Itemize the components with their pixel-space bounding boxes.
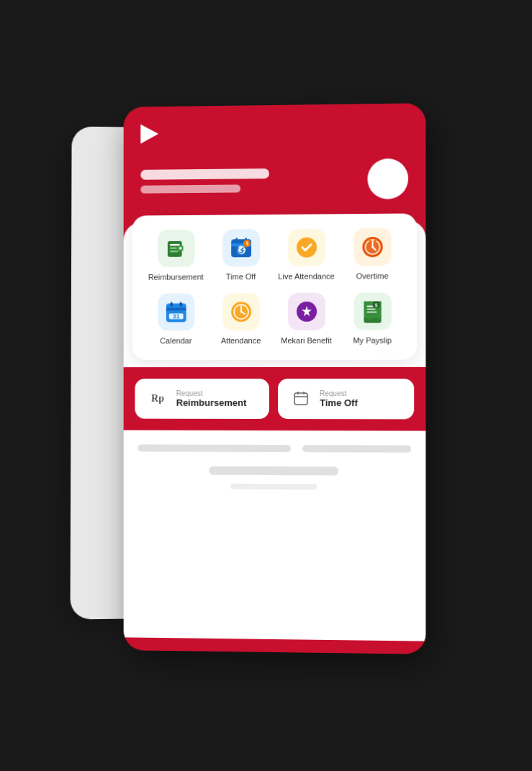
skeleton-center — [137, 466, 411, 476]
overtime-label: Overtime — [356, 271, 388, 281]
request-timeoff-label-text: Request — [320, 389, 358, 397]
request-timeoff-button[interactable]: Request Time Off — [277, 379, 413, 419]
app-item-reimbursement[interactable]: Reimbursement — [147, 229, 204, 281]
skeleton-mini — [230, 484, 317, 490]
request-reimbursement-label-text: Request — [176, 389, 246, 397]
request-reimbursement-title: Reimbursement — [176, 397, 246, 408]
svg-point-14 — [296, 237, 316, 257]
svg-rect-24 — [166, 307, 186, 310]
header-name-line — [140, 168, 269, 179]
request-area: Rp Request Reimbursement — [123, 367, 425, 431]
skeleton-line-2 — [302, 445, 411, 453]
header-subtitle-line — [140, 184, 240, 192]
skeleton-row-1 — [137, 444, 411, 452]
calendar-icon: 31 — [157, 293, 194, 330]
request-reimbursement-button[interactable]: Rp Request Reimbursement — [135, 379, 269, 419]
phone-card: Reimbursement — [123, 103, 425, 654]
reimbursement-icon — [157, 229, 194, 266]
app-item-timeoff[interactable]: Time Off — [212, 229, 269, 282]
header-content — [140, 158, 408, 202]
header-text-lines — [140, 168, 269, 193]
skeleton-bar — [209, 466, 338, 475]
bottom-section — [123, 430, 425, 505]
app-item-calendar[interactable]: 31 Calendar — [147, 293, 204, 346]
app-item-overtime[interactable]: Overtime — [343, 227, 401, 281]
phone-content: Reimbursement — [123, 220, 425, 641]
svg-text:$: $ — [374, 302, 377, 308]
app-item-attendance[interactable]: Attendance — [212, 293, 269, 346]
my-payslip-icon: $ — [353, 292, 390, 330]
mekari-benefit-label: Mekari Benefit — [281, 336, 331, 346]
skeleton-small — [137, 483, 411, 490]
live-attendance-icon — [287, 228, 325, 266]
calendar-label: Calendar — [160, 336, 191, 346]
avatar — [367, 158, 408, 199]
logo-icon — [140, 123, 166, 143]
request-reimbursement-text: Request Reimbursement — [176, 389, 246, 408]
apps-row-1: Reimbursement — [143, 227, 405, 281]
attendance-icon — [222, 293, 259, 330]
mekari-benefit-icon — [287, 292, 325, 330]
phone-header — [123, 103, 425, 222]
apps-grid-card: Reimbursement — [132, 213, 417, 360]
live-attendance-label: Live Attendance — [278, 271, 334, 281]
attendance-label: Attendance — [220, 336, 260, 346]
reimbursement-label: Reimbursement — [148, 272, 203, 282]
svg-text:31: 31 — [172, 312, 179, 320]
app-item-my-payslip[interactable]: $ My Payslip — [343, 292, 401, 346]
rp-icon: Rp — [146, 387, 169, 410]
apps-row-2: 31 Calendar — [143, 292, 405, 346]
skeleton-line-1 — [137, 444, 291, 452]
app-item-mekari-benefit[interactable]: Mekari Benefit — [277, 292, 335, 346]
svg-rect-41 — [294, 393, 307, 405]
scene: Reimbursement — [94, 105, 439, 667]
timeoff-label: Time Off — [225, 272, 255, 281]
my-payslip-label: My Payslip — [353, 335, 392, 345]
overtime-icon — [353, 227, 390, 266]
request-timeoff-title: Time Off — [320, 397, 358, 408]
request-timeoff-text: Request Time Off — [320, 389, 358, 408]
timeoff-icon — [222, 229, 259, 266]
app-item-live-attendance[interactable]: Live Attendance — [277, 228, 335, 281]
svg-marker-0 — [140, 124, 158, 143]
calendar-small-icon — [289, 387, 312, 410]
